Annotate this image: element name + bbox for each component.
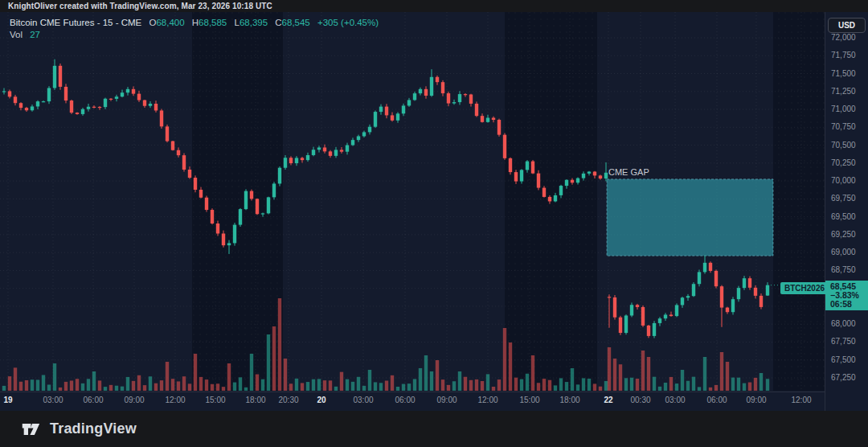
- volume-bar: [509, 342, 512, 391]
- candle-body: [149, 104, 152, 106]
- candle-body: [458, 94, 461, 102]
- candle-body: [222, 234, 225, 246]
- volume-bar: [379, 383, 383, 391]
- volume-bar: [582, 378, 585, 391]
- volume-bar: [239, 377, 242, 391]
- price-tick-label: 67,750: [831, 337, 856, 347]
- candle-body: [571, 180, 574, 183]
- high-key: H: [192, 18, 199, 27]
- volume-bar: [289, 383, 293, 391]
- candle-body: [436, 77, 439, 82]
- price-tick-label: 68,750: [831, 265, 856, 275]
- volume-bar: [70, 380, 73, 391]
- candle-body: [624, 315, 628, 333]
- volume-bar: [126, 377, 129, 391]
- volume-bar: [160, 380, 163, 391]
- candle-body: [104, 99, 107, 107]
- price-tick-label: 71,000: [831, 105, 856, 114]
- candle-body: [743, 278, 746, 288]
- volume-bar: [681, 370, 684, 391]
- time-label: 00:30: [630, 396, 650, 404]
- volume-bar: [458, 371, 461, 391]
- candle-body: [391, 115, 394, 120]
- volume-bar: [92, 371, 96, 391]
- tradingview-logo-icon[interactable]: [22, 420, 43, 438]
- currency-toggle-button[interactable]: USD: [828, 18, 866, 33]
- cme-gap-annotation[interactable]: CME GAP: [607, 167, 773, 256]
- candle-body: [312, 150, 315, 155]
- volume-bar: [619, 364, 622, 391]
- candle-body: [497, 120, 501, 135]
- symbol-title[interactable]: Bitcoin CME Futures - 15 - CME: [10, 18, 141, 27]
- volume-bar: [624, 378, 628, 391]
- volume-bar: [137, 375, 141, 391]
- candle-body: [653, 323, 656, 336]
- candle-body: [182, 155, 186, 170]
- volume-bar: [559, 378, 563, 391]
- series-contract-label: BTCH2026: [780, 282, 829, 294]
- attribution-text: KnightOliver created with TradingView.co…: [8, 2, 272, 10]
- candle-body: [306, 155, 309, 160]
- volume-bar: [317, 379, 321, 391]
- volume-bar: [143, 385, 146, 391]
- candle-body: [430, 77, 433, 96]
- time-axis[interactable]: 1903:0006:0009:0012:0015:0018:0020:30200…: [0, 392, 825, 408]
- candle-body: [115, 96, 118, 99]
- time-label: 03:00: [665, 396, 685, 404]
- time-label: 06:00: [706, 396, 727, 404]
- price-chart[interactable]: CME GAP: [0, 12, 825, 392]
- time-label-day: 19: [3, 396, 12, 404]
- volume-bar: [244, 388, 248, 391]
- volume-bar: [526, 374, 529, 391]
- candle-body: [250, 191, 253, 199]
- brand-name[interactable]: TradingView: [50, 420, 137, 437]
- legend-row-volume: Vol 27: [10, 29, 379, 41]
- volume-bar: [714, 385, 718, 391]
- volume-bar: [2, 386, 6, 391]
- candle-body: [664, 314, 667, 318]
- volume-bar: [182, 376, 186, 391]
- volume-bar: [593, 383, 596, 391]
- volume-bar: [613, 359, 616, 391]
- volume-bar: [542, 379, 546, 391]
- price-axis[interactable]: 72,00071,75071,50071,25071,00070,75070,5…: [825, 12, 868, 411]
- volume-bar: [19, 382, 23, 391]
- volume-bar: [47, 384, 51, 391]
- volume-bar: [368, 370, 371, 391]
- candle-body: [36, 101, 39, 106]
- candle-body: [14, 96, 17, 103]
- volume-bar: [98, 380, 101, 391]
- candle-body: [520, 170, 523, 181]
- volume-bar: [211, 384, 214, 391]
- last-price-axis-label: 68,545 −3.83% 06:58: [825, 281, 868, 310]
- legend: Bitcoin CME Futures - 15 - CME O68,400 H…: [10, 17, 379, 41]
- price-tick-label: 71,750: [831, 51, 856, 60]
- candle-body: [588, 172, 591, 174]
- volume-bar: [8, 376, 11, 391]
- candle-body: [92, 107, 96, 108]
- candle-body: [760, 296, 763, 307]
- candle-body: [244, 191, 248, 210]
- price-tick-label: 71,250: [831, 87, 856, 96]
- volume-bar: [115, 386, 118, 391]
- volume-bar: [261, 379, 264, 391]
- volume-bar: [53, 363, 56, 391]
- volume-bar: [42, 375, 45, 391]
- candle-body: [340, 150, 343, 151]
- volume-bar: [284, 359, 287, 391]
- volume-bar: [571, 368, 574, 391]
- volume-bar: [576, 384, 579, 391]
- chart-area[interactable]: CME GAP Bitcoin CME Futures - 15 - CME O…: [0, 12, 868, 411]
- price-tick-label: 67,250: [831, 373, 856, 383]
- volume-bar: [675, 383, 678, 391]
- cme-gap-box[interactable]: [607, 179, 773, 256]
- volume-bar: [754, 378, 757, 391]
- volume-bar: [692, 377, 695, 391]
- candle-body: [475, 104, 478, 116]
- volume-bar: [608, 347, 611, 391]
- candle-body: [503, 135, 506, 158]
- price-tick-label: 72,000: [831, 33, 856, 43]
- time-label: 03:00: [43, 396, 63, 404]
- footer-bar: TradingView: [0, 411, 868, 447]
- candle-body: [402, 105, 405, 113]
